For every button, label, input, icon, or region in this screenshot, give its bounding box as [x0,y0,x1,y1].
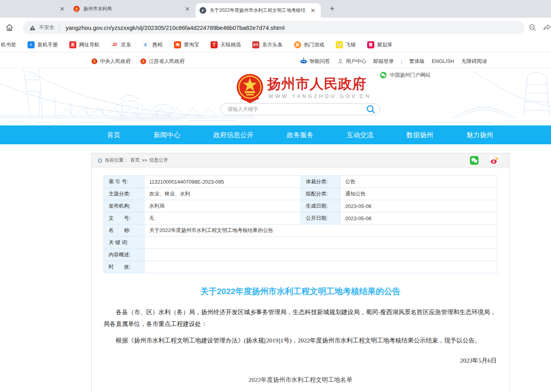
bookmark-item[interactable]: T 天猫精选 [211,41,241,48]
close-icon[interactable]: ✕ [309,7,317,15]
gov-links-bar: 中央人民政府 江苏省人民政府 智能问答 用户中心 邮箱登录 | 繁体版 ENGL… [0,55,551,68]
link-label: 智能问答 [310,58,330,65]
meta-label-cell: 索 引 号: [104,176,144,188]
meta-label-cell: 生成日期: [301,200,340,212]
article-paragraph: 各县（市、区）水利（务）局，扬州经济开发区城乡事务管理局，生态科技新城规划建设局… [104,306,497,330]
bookmark-item[interactable]: ≡ 新机手册 [28,41,58,48]
bookmark-label: 京东 [121,41,131,48]
user-icon [337,58,344,64]
meta-value-cell [144,261,497,273]
bookmark-label: 爱淘宝 [184,41,199,48]
bookmark-label: 机书签 [1,41,16,48]
tab-shuiliju[interactable]: 扬州市水利局 ✕ [71,0,194,18]
meta-value-cell [144,237,497,249]
page-favicon: e [200,7,206,14]
attachment-list-title: 2022年度扬州市水利工程文明工地名单 [104,376,497,384]
browser-tab-bar: ✕ 扬州市水利局 ✕ e 关于2022年度扬州市水利工程文明工地考核结果的公告 … [0,0,551,18]
link-accessible[interactable]: 无障碍阅读 [461,58,487,65]
link-mail-login[interactable]: 邮箱登录 [373,58,394,65]
link-traditional[interactable]: 繁体版 [409,58,425,65]
search-input[interactable] [227,106,366,112]
bookmark-item[interactable]: 飞猪 [336,41,356,48]
bookmark-item[interactable]: 淘 爱淘宝 [174,41,199,48]
nav-charm[interactable]: 魅力扬州 [466,131,493,140]
table-row: 文 号: 无 公开日期: 2023-05-06 [104,212,497,225]
breadcrumb: 当前位置： 首页 >> 信息公开 [92,153,509,167]
share-icon[interactable] [543,23,551,32]
close-icon[interactable]: ✕ [183,5,191,13]
url-bar[interactable]: 不安全 yangzhou.gov.cn/yzszxxgk/slj/202305/… [23,21,524,34]
close-icon[interactable]: ✕ [58,5,66,13]
link-english[interactable]: ENGLISH [432,58,454,64]
meta-value-cell: 无 [144,212,301,225]
divider [59,24,59,31]
bookmark-item[interactable]: 机书签 [1,41,16,48]
wechat-icon [380,72,387,79]
fliggy-pig-favicon [336,41,343,48]
meta-label-cell: 主题分类: [104,188,144,200]
breadcrumb-separator: >> [142,158,147,163]
bookmark-label: 飞猪 [346,41,356,48]
nav-interaction[interactable]: 互动交流 [347,131,373,140]
table-row: 索 引 号: 11321000014407098E-2023-095 体裁分类:… [104,176,497,188]
meta-value-cell: 2023-05-06 [340,212,497,225]
article-date: 2023年5月6日 [104,357,497,365]
security-label: 不安全 [39,24,54,31]
wechat-share-icon[interactable] [470,156,479,165]
breadcrumb-home-link[interactable]: 首页 [130,157,140,164]
divider: | [401,58,402,64]
bookmark-favicon: 游 [294,41,301,48]
table-row: 主题分类: 农业、林业、水利 组配分类: 通知公告 [104,188,497,200]
weibo-share-icon[interactable] [490,156,499,165]
breadcrumb-home-icon [97,158,103,163]
site-header-banner: 扬州市人民政府 WWW.YANGZHOU.GOV.CN 中国扬州门户网站 [0,68,551,125]
bookmark-favicon: 东方 [252,41,259,48]
meta-label-cell: 内容概述: [104,249,144,261]
main-navigation: 首页 新闻中心 政府信息公开 政务服务 互动交流 数据扬州 魅力扬州 [0,125,551,144]
new-tab-button[interactable]: + [327,4,338,15]
tab-title: 扬州市水利局 [83,6,180,12]
home-icon[interactable] [5,23,14,32]
gov-emblem-favicon [73,6,80,12]
meta-label-cell: 发布机构: [104,200,144,212]
link-label: ENGLISH [432,58,454,64]
bookmark-item[interactable]: 东方 东方头条 [252,41,283,48]
nav-info-disclosure[interactable]: 政府信息公开 [213,131,253,140]
bookmark-label: 热门游戏 [304,41,324,48]
bookmark-favicon: 发 [69,41,76,48]
bookmark-item[interactable]: 聚 聚划算 [367,41,392,48]
not-secure-warning-icon[interactable] [29,24,36,31]
meta-value-cell: 农业、林业、水利 [144,188,301,200]
breadcrumb-prefix: 当前位置： [105,157,128,164]
nav-services[interactable]: 政务服务 [287,131,313,140]
link-label: 邮箱登录 [373,58,394,65]
meta-value-cell: 公告 [340,176,497,188]
breadcrumb-current[interactable]: 信息公开 [149,157,168,164]
meta-label-cell: 体裁分类: [301,176,340,188]
tab-active-announcement[interactable]: e 关于2022年度扬州市水利工程文明工地考核结果的公告 ✕ [196,3,321,18]
link-user-center[interactable]: 用户中心 [337,58,366,65]
meta-value-cell: 11321000014407098E-2023-095 [144,176,301,188]
bookmark-favicon: 聚 [367,41,374,48]
ctrip-dolphin-favicon [142,41,150,48]
bookmark-item[interactable]: 发 网址导航 [69,41,100,48]
bookmark-item[interactable]: JD 京东 [111,41,131,48]
table-row: 内容概述: [104,249,497,261]
search-icon[interactable] [366,104,376,114]
nav-home[interactable]: 首页 [107,131,120,140]
link-central-gov[interactable]: 中央人民政府 [91,58,131,65]
bookmark-label: 东方头条 [262,41,283,48]
link-jiangsu-gov[interactable]: 江苏省人民政府 [140,58,185,65]
link-smart-qa[interactable]: 智能问答 [300,57,330,65]
meta-label-cell: 名 称: [104,225,144,237]
robot-icon [300,57,307,65]
nav-data[interactable]: 数据扬州 [407,131,433,140]
meta-value-cell [144,249,497,261]
zoom-out-icon[interactable] [528,23,537,32]
portal-link[interactable]: 中国扬州门户网站 [380,72,431,79]
nav-news[interactable]: 新闻中心 [153,131,180,140]
bookmark-item[interactable]: 携程 [142,41,163,48]
bookmark-label: 天猫精选 [220,41,241,48]
bookmark-item[interactable]: 游 热门游戏 [294,41,324,48]
site-title: 扬州市人民政府 [267,75,366,93]
